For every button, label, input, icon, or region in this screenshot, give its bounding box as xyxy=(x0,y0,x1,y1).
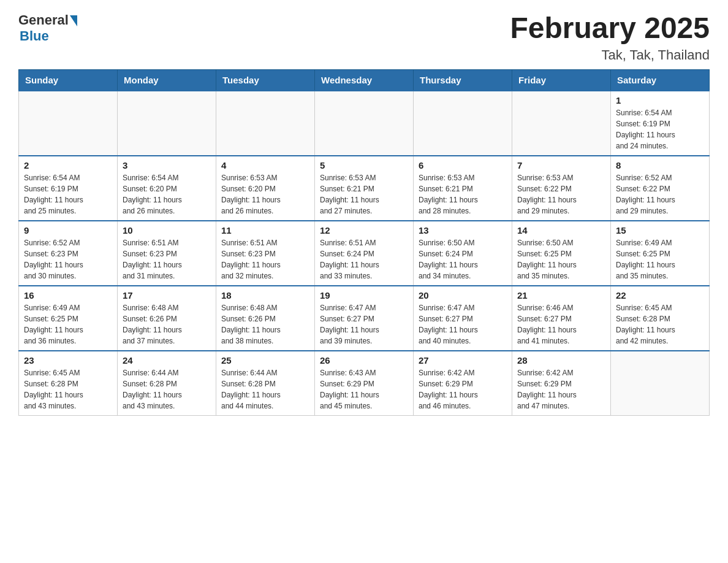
calendar-week-row: 9Sunrise: 6:52 AMSunset: 6:23 PMDaylight… xyxy=(19,221,710,286)
calendar-cell: 12Sunrise: 6:51 AMSunset: 6:24 PMDayligh… xyxy=(315,221,414,286)
calendar-week-row: 23Sunrise: 6:45 AMSunset: 6:28 PMDayligh… xyxy=(19,351,710,416)
day-info: Sunrise: 6:42 AMSunset: 6:29 PMDaylight:… xyxy=(419,367,507,412)
day-of-week-header: Saturday xyxy=(611,69,710,91)
calendar-cell xyxy=(315,91,414,156)
calendar-cell: 16Sunrise: 6:49 AMSunset: 6:25 PMDayligh… xyxy=(19,286,118,351)
day-info: Sunrise: 6:45 AMSunset: 6:28 PMDaylight:… xyxy=(24,367,112,412)
calendar-cell: 17Sunrise: 6:48 AMSunset: 6:26 PMDayligh… xyxy=(118,286,216,351)
calendar-cell: 21Sunrise: 6:46 AMSunset: 6:27 PMDayligh… xyxy=(512,286,611,351)
calendar-cell: 9Sunrise: 6:52 AMSunset: 6:23 PMDaylight… xyxy=(19,221,118,286)
day-number: 24 xyxy=(123,355,211,366)
day-number: 13 xyxy=(419,225,507,236)
day-number: 18 xyxy=(221,290,309,301)
calendar-cell: 10Sunrise: 6:51 AMSunset: 6:23 PMDayligh… xyxy=(118,221,216,286)
day-number: 3 xyxy=(123,160,211,170)
day-info: Sunrise: 6:42 AMSunset: 6:29 PMDaylight:… xyxy=(517,367,605,412)
day-number: 16 xyxy=(24,290,112,301)
day-number: 9 xyxy=(24,225,112,236)
calendar-cell: 25Sunrise: 6:44 AMSunset: 6:28 PMDayligh… xyxy=(216,351,315,416)
logo-blue-text: Blue xyxy=(20,28,49,44)
day-info: Sunrise: 6:54 AMSunset: 6:19 PMDaylight:… xyxy=(24,172,112,216)
calendar-week-row: 2Sunrise: 6:54 AMSunset: 6:19 PMDaylight… xyxy=(19,156,710,221)
day-of-week-header: Wednesday xyxy=(315,69,414,91)
day-number: 19 xyxy=(320,290,408,301)
logo: General Blue xyxy=(18,12,77,44)
day-of-week-header: Thursday xyxy=(414,69,512,91)
day-number: 5 xyxy=(320,160,408,170)
day-number: 21 xyxy=(517,290,605,301)
calendar-cell: 6Sunrise: 6:53 AMSunset: 6:21 PMDaylight… xyxy=(414,156,512,221)
calendar-cell xyxy=(216,91,315,156)
day-info: Sunrise: 6:53 AMSunset: 6:21 PMDaylight:… xyxy=(419,172,507,216)
calendar-cell: 5Sunrise: 6:53 AMSunset: 6:21 PMDaylight… xyxy=(315,156,414,221)
day-info: Sunrise: 6:51 AMSunset: 6:23 PMDaylight:… xyxy=(123,237,211,282)
calendar-cell: 2Sunrise: 6:54 AMSunset: 6:19 PMDaylight… xyxy=(19,156,118,221)
calendar-cell: 14Sunrise: 6:50 AMSunset: 6:25 PMDayligh… xyxy=(512,221,611,286)
day-info: Sunrise: 6:48 AMSunset: 6:26 PMDaylight:… xyxy=(123,302,211,347)
day-number: 26 xyxy=(320,355,408,366)
calendar-cell: 3Sunrise: 6:54 AMSunset: 6:20 PMDaylight… xyxy=(118,156,216,221)
calendar-cell: 22Sunrise: 6:45 AMSunset: 6:28 PMDayligh… xyxy=(611,286,710,351)
day-number: 14 xyxy=(517,225,605,236)
day-of-week-header: Monday xyxy=(118,69,216,91)
calendar-cell: 18Sunrise: 6:48 AMSunset: 6:26 PMDayligh… xyxy=(216,286,315,351)
calendar-cell: 8Sunrise: 6:52 AMSunset: 6:22 PMDaylight… xyxy=(611,156,710,221)
calendar-cell xyxy=(19,91,118,156)
day-info: Sunrise: 6:52 AMSunset: 6:22 PMDaylight:… xyxy=(616,172,704,216)
page-header: General Blue February 2025 Tak, Tak, Tha… xyxy=(18,12,710,63)
day-info: Sunrise: 6:54 AMSunset: 6:20 PMDaylight:… xyxy=(123,172,211,216)
day-info: Sunrise: 6:54 AMSunset: 6:19 PMDaylight:… xyxy=(616,107,704,151)
day-info: Sunrise: 6:49 AMSunset: 6:25 PMDaylight:… xyxy=(616,237,704,282)
day-number: 8 xyxy=(616,160,704,170)
calendar-header-row: SundayMondayTuesdayWednesdayThursdayFrid… xyxy=(19,69,710,91)
day-number: 6 xyxy=(419,160,507,170)
day-number: 23 xyxy=(24,355,112,366)
day-number: 1 xyxy=(616,95,704,105)
day-number: 10 xyxy=(123,225,211,236)
day-of-week-header: Sunday xyxy=(19,69,118,91)
location-text: Tak, Tak, Thailand xyxy=(510,47,710,63)
day-info: Sunrise: 6:44 AMSunset: 6:28 PMDaylight:… xyxy=(123,367,211,412)
day-info: Sunrise: 6:44 AMSunset: 6:28 PMDaylight:… xyxy=(221,367,309,412)
month-title: February 2025 xyxy=(510,12,710,45)
calendar-cell: 4Sunrise: 6:53 AMSunset: 6:20 PMDaylight… xyxy=(216,156,315,221)
calendar-cell: 20Sunrise: 6:47 AMSunset: 6:27 PMDayligh… xyxy=(414,286,512,351)
calendar-cell xyxy=(512,91,611,156)
calendar-cell: 26Sunrise: 6:43 AMSunset: 6:29 PMDayligh… xyxy=(315,351,414,416)
day-info: Sunrise: 6:47 AMSunset: 6:27 PMDaylight:… xyxy=(320,302,408,347)
day-info: Sunrise: 6:53 AMSunset: 6:20 PMDaylight:… xyxy=(221,172,309,216)
day-info: Sunrise: 6:52 AMSunset: 6:23 PMDaylight:… xyxy=(24,237,112,282)
day-info: Sunrise: 6:51 AMSunset: 6:24 PMDaylight:… xyxy=(320,237,408,282)
calendar-cell: 15Sunrise: 6:49 AMSunset: 6:25 PMDayligh… xyxy=(611,221,710,286)
day-number: 25 xyxy=(221,355,309,366)
day-number: 2 xyxy=(24,160,112,170)
calendar-cell: 19Sunrise: 6:47 AMSunset: 6:27 PMDayligh… xyxy=(315,286,414,351)
day-info: Sunrise: 6:50 AMSunset: 6:24 PMDaylight:… xyxy=(419,237,507,282)
calendar-cell xyxy=(414,91,512,156)
day-number: 15 xyxy=(616,225,704,236)
day-of-week-header: Tuesday xyxy=(216,69,315,91)
title-area: February 2025 Tak, Tak, Thailand xyxy=(510,12,710,63)
calendar-cell xyxy=(118,91,216,156)
calendar-cell xyxy=(611,351,710,416)
day-number: 12 xyxy=(320,225,408,236)
day-info: Sunrise: 6:45 AMSunset: 6:28 PMDaylight:… xyxy=(616,302,704,347)
calendar-cell: 23Sunrise: 6:45 AMSunset: 6:28 PMDayligh… xyxy=(19,351,118,416)
day-info: Sunrise: 6:48 AMSunset: 6:26 PMDaylight:… xyxy=(221,302,309,347)
logo-general-text: General xyxy=(18,12,69,28)
day-info: Sunrise: 6:53 AMSunset: 6:22 PMDaylight:… xyxy=(517,172,605,216)
day-number: 11 xyxy=(221,225,309,236)
day-of-week-header: Friday xyxy=(512,69,611,91)
day-number: 28 xyxy=(517,355,605,366)
calendar-week-row: 16Sunrise: 6:49 AMSunset: 6:25 PMDayligh… xyxy=(19,286,710,351)
calendar-week-row: 1Sunrise: 6:54 AMSunset: 6:19 PMDaylight… xyxy=(19,91,710,156)
day-info: Sunrise: 6:47 AMSunset: 6:27 PMDaylight:… xyxy=(419,302,507,347)
calendar-cell: 1Sunrise: 6:54 AMSunset: 6:19 PMDaylight… xyxy=(611,91,710,156)
day-info: Sunrise: 6:43 AMSunset: 6:29 PMDaylight:… xyxy=(320,367,408,412)
day-info: Sunrise: 6:53 AMSunset: 6:21 PMDaylight:… xyxy=(320,172,408,216)
calendar-cell: 24Sunrise: 6:44 AMSunset: 6:28 PMDayligh… xyxy=(118,351,216,416)
calendar-table: SundayMondayTuesdayWednesdayThursdayFrid… xyxy=(18,69,710,416)
day-number: 20 xyxy=(419,290,507,301)
day-number: 7 xyxy=(517,160,605,170)
calendar-cell: 28Sunrise: 6:42 AMSunset: 6:29 PMDayligh… xyxy=(512,351,611,416)
